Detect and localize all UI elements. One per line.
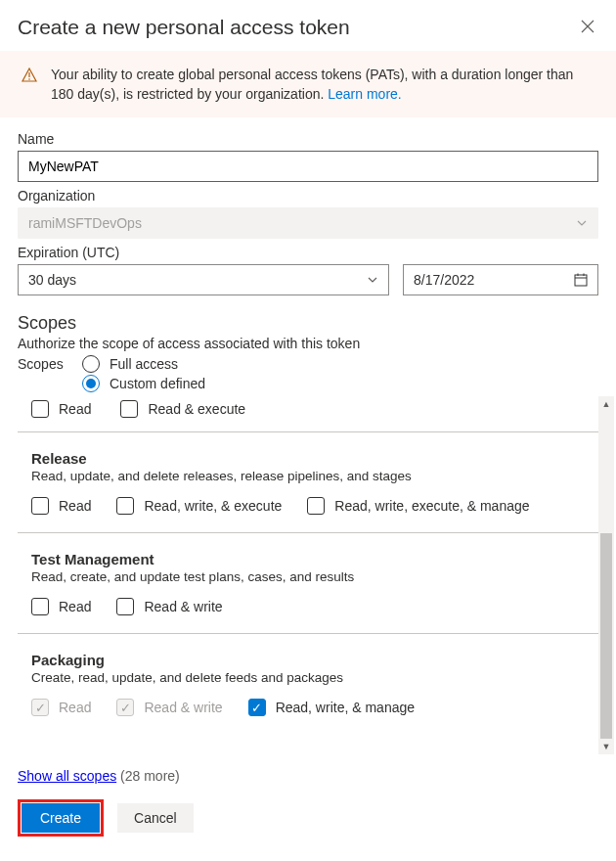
- scope-radio-full[interactable]: [82, 355, 100, 373]
- scope-radio-full-label: Full access: [110, 356, 178, 372]
- learn-more-link[interactable]: Learn more.: [328, 86, 401, 102]
- warning-icon: [22, 68, 37, 83]
- scopes-scroll-area[interactable]: Read Read & execute Release Read, update…: [0, 396, 616, 754]
- scope-group-desc: Create, read, update, and delete feeds a…: [31, 670, 585, 685]
- svg-rect-2: [575, 275, 587, 286]
- scope-option-label: Read & write: [144, 700, 222, 715]
- organization-label: Organization: [18, 188, 598, 204]
- expiration-date-input[interactable]: 8/17/2022: [403, 264, 598, 295]
- scope-checkbox[interactable]: [120, 400, 138, 418]
- scope-option-label: Read, write, execute, & manage: [334, 498, 529, 514]
- expiration-duration-value: 30 days: [28, 272, 76, 288]
- expiration-label: Expiration (UTC): [18, 245, 598, 260]
- calendar-icon: [574, 273, 588, 287]
- name-label: Name: [18, 131, 598, 147]
- scopes-title: Scopes: [18, 313, 598, 334]
- scope-radio-custom-label: Custom defined: [110, 376, 205, 391]
- name-input[interactable]: [18, 151, 598, 182]
- scope-group-desc: Read, create, and update test plans, cas…: [31, 569, 585, 584]
- expiration-duration-select[interactable]: 30 days: [18, 264, 389, 295]
- scope-group-test-management: Test Management Read, create, and update…: [18, 533, 598, 634]
- scope-option-label: Read: [59, 599, 91, 614]
- svg-point-1: [28, 78, 30, 80]
- scopes-subtitle: Authorize the scope of access associated…: [18, 336, 598, 351]
- alert-text: Your ability to create global personal a…: [51, 67, 573, 102]
- show-all-count: (28 more): [120, 768, 180, 784]
- scroll-down-arrow[interactable]: ▼: [598, 739, 614, 754]
- scrollbar[interactable]: ▲ ▼: [598, 396, 614, 754]
- scrollbar-thumb[interactable]: [600, 533, 612, 739]
- scopes-radio-label: Scopes: [18, 356, 72, 372]
- scope-checkbox: [116, 699, 134, 716]
- scope-checkbox[interactable]: [31, 598, 49, 615]
- scope-checkbox[interactable]: [307, 497, 325, 515]
- create-button-highlight: Create: [18, 799, 104, 837]
- scope-option-label: Read, write, & execute: [144, 498, 282, 514]
- close-button[interactable]: [577, 16, 598, 37]
- cancel-button[interactable]: Cancel: [117, 803, 194, 833]
- scope-radio-custom[interactable]: [82, 375, 100, 392]
- scope-option-label: Read & write: [144, 599, 222, 614]
- show-all-scopes-link[interactable]: Show all scopes: [18, 768, 116, 784]
- chevron-down-icon: [576, 217, 588, 229]
- dialog-title: Create a new personal access token: [18, 16, 350, 39]
- scope-group-title: Packaging: [31, 652, 585, 668]
- scope-option-label: Read: [59, 401, 91, 417]
- scope-option-label: Read: [59, 498, 91, 514]
- chevron-down-icon: [367, 274, 378, 286]
- scope-checkbox[interactable]: [31, 400, 49, 418]
- scope-checkbox: [31, 699, 49, 716]
- expiration-date-value: 8/17/2022: [414, 272, 474, 288]
- close-icon: [581, 20, 594, 33]
- scope-group-title: Release: [31, 450, 585, 467]
- organization-select: ramiMSFTDevOps: [18, 207, 598, 239]
- scope-group-packaging: Packaging Create, read, update, and dele…: [18, 634, 598, 722]
- organization-value: ramiMSFTDevOps: [28, 215, 142, 231]
- create-button[interactable]: Create: [22, 803, 100, 833]
- scope-checkbox[interactable]: [248, 699, 266, 716]
- scope-checkbox[interactable]: [31, 497, 49, 515]
- scope-group-release: Release Read, update, and delete release…: [18, 432, 598, 533]
- restriction-alert: Your ability to create global personal a…: [0, 51, 616, 117]
- scope-group-desc: Read, update, and delete releases, relea…: [31, 469, 585, 483]
- scope-group-partial: Read Read & execute: [18, 396, 598, 432]
- scope-checkbox[interactable]: [116, 598, 134, 615]
- scroll-up-arrow[interactable]: ▲: [598, 396, 614, 412]
- scope-option-label: Read: [59, 700, 91, 715]
- scope-checkbox[interactable]: [116, 497, 134, 515]
- scope-option-label: Read & execute: [148, 401, 245, 417]
- scope-group-title: Test Management: [31, 551, 585, 567]
- scope-option-label: Read, write, & manage: [276, 700, 415, 715]
